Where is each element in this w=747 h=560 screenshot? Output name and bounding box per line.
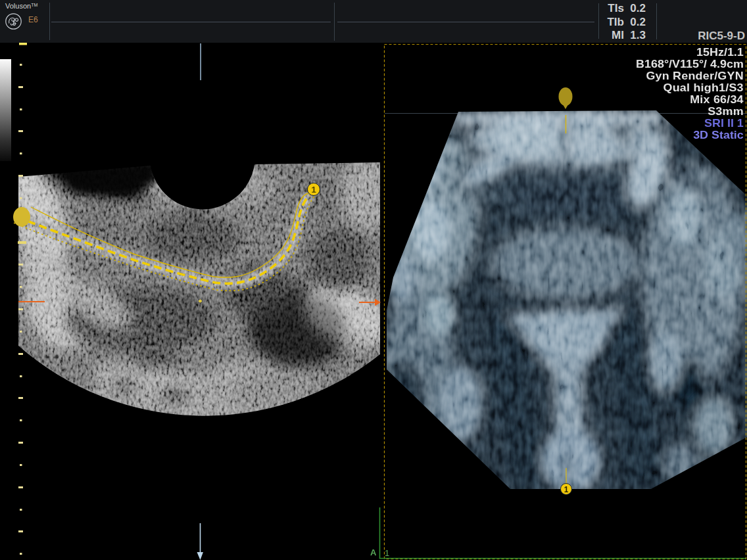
- svg-text:1: 1: [564, 485, 569, 494]
- svg-text:1: 1: [311, 185, 316, 195]
